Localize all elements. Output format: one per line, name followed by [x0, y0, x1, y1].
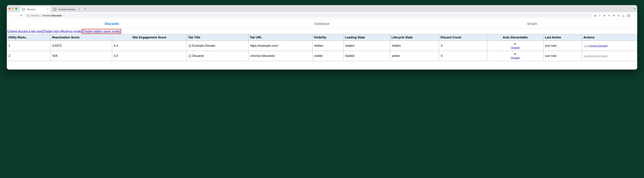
chevron-down-icon[interactable] — [634, 8, 636, 10]
nav-tab-discards[interactable]: Discards — [7, 19, 217, 28]
nav-tab-database[interactable]: Database — [217, 19, 427, 28]
tab-title: Discards — [27, 8, 36, 11]
reload-button[interactable]: ⟳ — [19, 14, 23, 17]
cell-url: chrome://discards/ — [248, 51, 312, 61]
check-icon: ✔ — [489, 42, 542, 46]
table-row: 1 0.8372 6.4 Example Domain https://exam… — [7, 41, 637, 51]
cell-lifecycle: hidden — [390, 41, 439, 51]
omnibox-prefix: Chrome — [30, 14, 39, 17]
labs-icon[interactable]: ⚗ — [612, 14, 615, 17]
toggle-efficiency-link[interactable]: [Toggle high efficiency mode] — [42, 30, 82, 33]
top-action-links: [Urgent discard a tab now][Toggle high e… — [7, 28, 637, 34]
cell-rank: 1 — [7, 41, 51, 51]
load-action: [Load] — [584, 55, 590, 57]
col-tab-title[interactable]: Tab Title — [187, 34, 248, 41]
omnibox[interactable]: ◎ Chrome | chrome://discards — [25, 13, 592, 18]
browser-tab-discards[interactable]: Discards × — [20, 6, 50, 12]
titlebar-right — [634, 7, 636, 10]
omnibox-url: chrome://discards — [42, 14, 62, 17]
titlebar: Discards × Example Domain × + — [7, 5, 637, 12]
window-controls — [8, 8, 17, 10]
refresh-icon[interactable]: ⟲ — [617, 14, 620, 17]
maximize-window-button[interactable] — [15, 8, 17, 10]
cell-actions: [Load][Urgent Discard] — [582, 41, 637, 51]
col-tab-url[interactable]: Tab URL — [248, 34, 312, 41]
cell-lifecycle: active — [390, 51, 439, 61]
cell-last-active: just now — [544, 41, 582, 51]
back-button[interactable]: ← — [8, 14, 12, 17]
toggle-auto-link[interactable]: [Toggle] — [511, 46, 520, 49]
sort-arrow-icon: ▲ — [25, 36, 27, 39]
cell-url: https://example.com/ — [248, 41, 312, 51]
cell-discard-count: 0 — [439, 41, 487, 51]
highlight-box: [Toggle battery saver mode] — [82, 29, 121, 34]
profile-avatar[interactable] — [627, 14, 630, 18]
cell-actions: [Load][Urgent Discard] — [582, 51, 637, 61]
urgent-discard-link[interactable]: [Urgent discard a tab now] — [7, 30, 42, 33]
urgent-discard-action[interactable]: [Urgent Discard] — [590, 44, 608, 47]
close-window-button[interactable] — [8, 8, 10, 10]
cell-engagement: 0.0 — [112, 51, 187, 61]
page-nav-tabs: Discards Database Graph — [7, 19, 637, 28]
check-icon: ✔ — [489, 52, 542, 56]
load-action: [Load] — [584, 44, 590, 47]
col-lifecycle-state[interactable]: Lifecycle State — [390, 34, 439, 41]
extensions-icon[interactable]: ✦ — [608, 14, 610, 17]
forward-button[interactable]: → — [14, 14, 17, 17]
toolbar: ← → ⟳ ◎ Chrome | chrome://discards ⊕ ⇪ ★… — [7, 12, 637, 19]
page-content: Discards Database Graph [Urgent discard … — [7, 19, 637, 70]
omnibox-separator: | — [40, 14, 41, 17]
tab-title: Example Domain — [58, 8, 75, 11]
share-icon[interactable]: ⇪ — [599, 14, 601, 17]
cell-rank: 2 — [7, 51, 51, 61]
toggle-auto-link[interactable]: [Toggle] — [511, 56, 520, 59]
globe-icon — [188, 54, 192, 58]
sidepanel-icon[interactable]: ◫ — [622, 14, 624, 17]
browser-tab-example[interactable]: Example Domain × — [52, 6, 82, 12]
discards-table: Utility Rank▲ Reactivation Score Site En… — [7, 34, 637, 61]
cell-visibility: visible — [312, 51, 344, 61]
col-reactivation-score[interactable]: Reactivation Score — [51, 34, 112, 41]
globe-icon — [22, 8, 25, 11]
browser-window: Discards × Example Domain × + ← → ⟳ ◎ Ch… — [7, 5, 637, 70]
cell-reactivation: N/A — [51, 51, 112, 61]
toolbar-icons: ⊕ ⇪ ★ ✦ ⚗ ⟲ ◫ ⋮ — [594, 14, 636, 18]
urgent-discard-action-disabled: [Urgent Discard] — [590, 55, 608, 57]
bookmark-star-icon[interactable]: ★ — [603, 14, 606, 17]
cell-discard-count: 0 — [439, 51, 487, 61]
col-discard-count[interactable]: Discard Count — [439, 34, 487, 41]
cell-title: Example Domain — [187, 41, 248, 51]
col-site-engagement[interactable]: Site Engagement Score — [112, 34, 187, 41]
col-auto-discardable[interactable]: Auto Discardable — [487, 34, 544, 41]
globe-icon — [54, 8, 56, 11]
col-visibility[interactable]: Visibility — [312, 34, 344, 41]
empty-area — [7, 61, 637, 70]
col-actions[interactable]: Actions — [582, 34, 637, 41]
toggle-battery-saver-link[interactable]: [Toggle battery saver mode] — [83, 30, 120, 33]
table-row: 2 N/A 0.0 Discards chrome://discards/ vi… — [7, 51, 637, 61]
cell-title: Discards — [187, 51, 248, 61]
cell-engagement: 6.4 — [112, 41, 187, 51]
col-last-active[interactable]: Last Active — [544, 34, 582, 41]
zoom-icon[interactable]: ⊕ — [594, 14, 596, 17]
col-loading-state[interactable]: Loading State — [344, 34, 390, 41]
cell-reactivation: 0.8372 — [51, 41, 112, 51]
chrome-icon: ◎ — [27, 14, 29, 17]
menu-icon[interactable]: ⋮ — [633, 14, 636, 17]
nav-tab-graph[interactable]: Graph — [427, 19, 637, 28]
close-tab-icon[interactable]: × — [78, 8, 80, 11]
cell-last-active: just now — [544, 51, 582, 61]
cell-visibility: hidden — [312, 41, 344, 51]
col-utility-rank[interactable]: Utility Rank▲ — [7, 34, 51, 41]
minimize-window-button[interactable] — [12, 8, 14, 10]
cell-auto-discardable: ✔ [Toggle] — [487, 41, 544, 51]
globe-icon — [188, 44, 192, 48]
new-tab-button[interactable]: + — [83, 7, 88, 10]
cell-loading: loaded — [344, 51, 390, 61]
close-tab-icon[interactable]: × — [47, 8, 48, 11]
cell-loading: loaded — [344, 41, 390, 51]
cell-auto-discardable: ✔ [Toggle] — [487, 51, 544, 61]
